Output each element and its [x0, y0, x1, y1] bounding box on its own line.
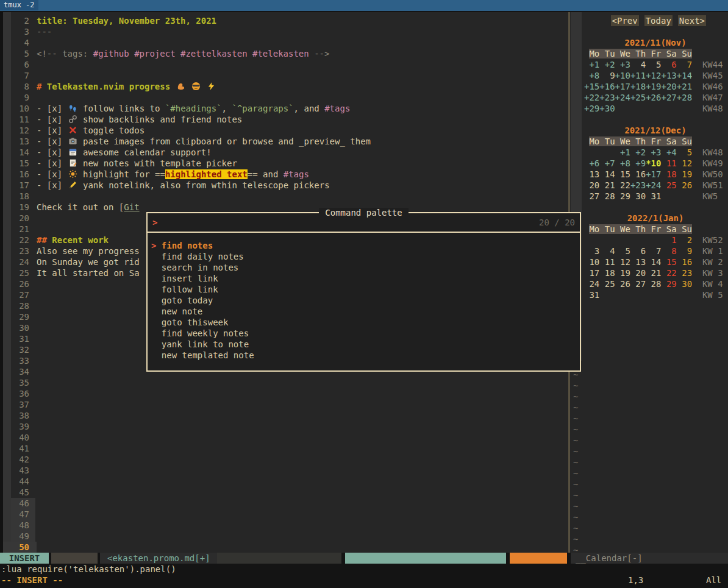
calendar-day[interactable]: +24 — [615, 93, 630, 102]
calendar-day[interactable]: 2 — [677, 235, 692, 245]
calendar-day[interactable]: 22 — [615, 180, 630, 190]
calendar-day[interactable]: +13 — [661, 71, 676, 80]
calendar-day[interactable]: 25 — [599, 279, 615, 289]
calendar-day[interactable]: 29 — [661, 279, 676, 289]
calendar-day[interactable]: 18 — [661, 169, 676, 179]
calendar-day[interactable]: +2 — [599, 60, 615, 69]
calendar-day[interactable]: +3 — [646, 147, 661, 157]
calendar-day[interactable]: +8 — [615, 158, 630, 168]
palette-item[interactable]: yank link to note — [148, 339, 580, 350]
editor-line[interactable]: 12- [x] toggle todos — [0, 125, 568, 136]
calendar-day[interactable]: +21 — [677, 82, 692, 91]
calendar-day[interactable]: 16 — [630, 169, 646, 179]
calendar-day[interactable]: 15 — [661, 257, 676, 267]
palette-item[interactable]: find weekly notes — [148, 328, 580, 339]
calendar-day[interactable]: 28 — [599, 191, 615, 201]
calendar-day[interactable]: 13 — [630, 257, 646, 267]
calendar-day[interactable]: 25 — [661, 180, 676, 190]
calendar-day[interactable]: 5 — [677, 147, 692, 157]
calendar-day[interactable]: +1 — [615, 147, 630, 157]
calendar-day[interactable]: 21 — [646, 268, 661, 278]
calendar-day[interactable]: +23 — [630, 180, 646, 190]
editor-line[interactable]: 9 — [0, 92, 568, 103]
editor-line[interactable]: 39 — [0, 421, 568, 432]
palette-item[interactable]: goto today — [148, 295, 580, 306]
calendar-day[interactable]: +1 — [584, 60, 599, 69]
editor-line[interactable]: 11- [x] show backlinks and friend notes — [0, 114, 568, 125]
calendar-day[interactable]: 19 — [677, 169, 692, 179]
calendar-day[interactable]: 1 — [661, 235, 676, 245]
calendar-day[interactable]: 10 — [584, 257, 599, 267]
editor-line[interactable]: 40 — [0, 432, 568, 443]
calendar-day[interactable]: 13 — [584, 169, 599, 179]
editor-line[interactable]: 49 — [0, 531, 568, 542]
command-line[interactable]: :lua require('telekasten').panel() — [0, 564, 728, 575]
palette-item[interactable]: new note — [148, 306, 580, 317]
calendar-day[interactable]: +29 — [584, 104, 599, 113]
calendar-day[interactable]: 17 — [584, 268, 599, 278]
calendar-day[interactable]: +28 — [677, 93, 692, 102]
palette-item[interactable]: > find notes — [148, 240, 580, 251]
calendar-day[interactable]: +17 — [646, 169, 661, 179]
calendar-day[interactable]: +22 — [584, 93, 599, 102]
calendar-day[interactable]: 12 — [677, 158, 692, 168]
palette-item[interactable]: search in notes — [148, 262, 580, 273]
editor-line[interactable]: 42 — [0, 454, 568, 465]
calendar-day[interactable]: 20 — [630, 268, 646, 278]
calendar-day[interactable]: 6 — [630, 246, 646, 256]
calendar-day[interactable]: 18 — [599, 268, 615, 278]
calendar-day[interactable]: +17 — [615, 82, 630, 91]
editor-line[interactable]: 36 — [0, 388, 568, 399]
calendar-day[interactable]: +27 — [661, 93, 676, 102]
palette-item[interactable]: new templated note — [148, 350, 580, 361]
calendar-day[interactable]: 27 — [630, 279, 646, 289]
editor-line[interactable]: 4 — [0, 37, 568, 48]
editor-line[interactable]: 17- [x] yank notelink, also from wthin t… — [0, 180, 568, 191]
editor-line[interactable]: 41 — [0, 443, 568, 454]
calendar-day[interactable]: +26 — [646, 93, 661, 102]
editor-line[interactable]: 16- [x] highlight for ==highlighted text… — [0, 169, 568, 180]
calendar-day[interactable]: 9 — [599, 71, 615, 80]
calendar-day[interactable]: 9 — [677, 246, 692, 256]
calendar-day[interactable]: +30 — [599, 104, 615, 113]
palette-item[interactable]: follow link — [148, 284, 580, 295]
calendar-day[interactable]: 5 — [615, 246, 630, 256]
calendar-day[interactable]: 26 — [677, 180, 692, 190]
palette-item[interactable]: goto thisweek — [148, 317, 580, 328]
editor-line[interactable]: 35 — [0, 377, 568, 388]
calendar-day[interactable]: 7 — [646, 246, 661, 256]
palette-item[interactable]: find daily notes — [148, 251, 580, 262]
calendar-day[interactable]: 31 — [646, 191, 661, 201]
calendar-day[interactable]: 28 — [646, 279, 661, 289]
calendar-day[interactable]: 16 — [677, 257, 692, 267]
calendar-day[interactable]: 30 — [677, 279, 692, 289]
calendar-day[interactable]: 11 — [661, 158, 676, 168]
editor-line[interactable]: 14- [x] awesome calendar support! — [0, 147, 568, 158]
calendar-day[interactable]: 6 — [661, 60, 676, 69]
calendar-day[interactable]: +24 — [646, 180, 661, 190]
editor-line[interactable]: 50 — [0, 542, 568, 553]
calendar-day[interactable]: 4 — [599, 246, 615, 256]
editor-line[interactable]: 48 — [0, 520, 568, 531]
calendar-day[interactable]: 26 — [615, 279, 630, 289]
calendar-prev-button[interactable]: <Prev — [611, 15, 639, 26]
calendar-day[interactable]: +18 — [630, 82, 646, 91]
editor-line[interactable]: 44 — [0, 476, 568, 487]
calendar-day[interactable]: +23 — [599, 93, 615, 102]
calendar-day[interactable]: 19 — [615, 268, 630, 278]
calendar-day[interactable]: +20 — [661, 82, 676, 91]
calendar-day[interactable]: +12 — [646, 71, 661, 80]
editor-line[interactable]: 15- [x] new notes with template picker — [0, 158, 568, 169]
calendar-day[interactable]: 12 — [615, 257, 630, 267]
calendar-day[interactable]: 4 — [630, 60, 646, 69]
calendar-next-button[interactable]: Next> — [678, 15, 706, 26]
editor-line[interactable]: 37 — [0, 399, 568, 410]
palette-item[interactable]: insert link — [148, 273, 580, 284]
calendar-day[interactable]: +2 — [630, 147, 646, 157]
calendar-day[interactable]: +4 — [661, 147, 676, 157]
calendar-day[interactable]: 15 — [615, 169, 630, 179]
editor-line[interactable]: 10- [x] follow links to `#headings`, `^p… — [0, 103, 568, 114]
calendar-day[interactable]: +16 — [599, 82, 615, 91]
editor-line[interactable]: 7 — [0, 70, 568, 81]
calendar-day[interactable]: 27 — [584, 191, 599, 201]
